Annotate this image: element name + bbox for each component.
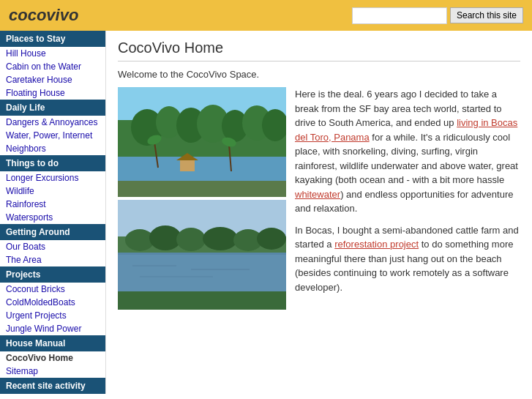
sidebar-item-hill-house[interactable]: Hill House	[0, 47, 105, 60]
welcome-text: Welcome to the CocoVivo Space.	[118, 69, 520, 80]
sidebar-section-daily-life: Daily Life Dangers & Annoyances Water, P…	[0, 100, 105, 155]
water-image	[118, 200, 286, 310]
svg-point-27	[176, 228, 206, 251]
svg-point-28	[203, 227, 238, 250]
sidebar-item-dangers[interactable]: Dangers & Annoyances	[0, 116, 105, 129]
tropical-image	[118, 87, 286, 197]
sidebar: Places to Stay Hill House Cabin on the W…	[0, 31, 106, 394]
reforestation-link[interactable]: reforestation project	[334, 239, 419, 250]
whitewater-link[interactable]: whitewater	[295, 189, 340, 200]
sidebar-item-urgent-projects[interactable]: Urgent Projects	[0, 309, 105, 322]
search-button[interactable]: Search this site	[450, 7, 523, 23]
paragraph-2: In Bocas, I bought a semi-abandoned catt…	[295, 223, 520, 295]
sidebar-section-projects: Projects Coconut Bricks ColdMoldedBoats …	[0, 266, 105, 335]
svg-point-30	[257, 228, 286, 250]
sidebar-item-caretaker-house[interactable]: Caretaker House	[0, 73, 105, 86]
svg-rect-20	[118, 253, 286, 255]
sidebar-item-sitemap[interactable]: Sitemap	[0, 365, 105, 378]
content-area: Here is the deal. 6 years ago I decided …	[118, 87, 520, 310]
sidebar-item-floating-house[interactable]: Floating House	[0, 86, 105, 100]
sidebar-item-jungle-wind-power[interactable]: Jungle Wind Power	[0, 322, 105, 335]
sidebar-item-coldmolded-boats[interactable]: ColdMoldedBoats	[0, 296, 105, 309]
layout: Places to Stay Hill House Cabin on the W…	[0, 31, 532, 394]
svg-rect-2	[118, 157, 286, 182]
svg-rect-3	[118, 181, 286, 197]
sidebar-header-getting-around: Getting Around	[0, 224, 105, 240]
sidebar-header-house-manual: House Manual	[0, 335, 105, 351]
sidebar-item-wildlife[interactable]: Wildlife	[0, 184, 105, 198]
search-area: Search this site	[352, 7, 523, 24]
site-logo[interactable]: cocovivo	[9, 6, 78, 25]
sidebar-section-house-manual: House Manual CocoVivo Home Sitemap	[0, 335, 105, 378]
bocas-link[interactable]: living in Bocas del Toro, Panama	[295, 117, 517, 143]
sidebar-item-water-power[interactable]: Water, Power, Internet	[0, 129, 105, 142]
images-column	[118, 87, 286, 310]
svg-rect-21	[118, 291, 286, 310]
sidebar-item-the-area[interactable]: The Area	[0, 253, 105, 266]
sidebar-item-longer-excursions[interactable]: Longer Excursions	[0, 171, 105, 184]
sidebar-header-places-to-stay: Places to Stay	[0, 31, 105, 47]
sidebar-item-coconut-bricks[interactable]: Coconut Bricks	[0, 283, 105, 296]
sidebar-header-daily-life: Daily Life	[0, 100, 105, 116]
paragraph-1: Here is the deal. 6 years ago I decided …	[295, 87, 520, 216]
text-column: Here is the deal. 6 years ago I decided …	[295, 87, 520, 310]
sidebar-header-things-to-do: Things to do	[0, 155, 105, 171]
sidebar-item-cabin-on-the-water[interactable]: Cabin on the Water	[0, 60, 105, 73]
sidebar-item-neighbors[interactable]: Neighbors	[0, 142, 105, 155]
sidebar-header-projects: Projects	[0, 266, 105, 283]
sidebar-section-places-to-stay: Places to Stay Hill House Cabin on the W…	[0, 31, 105, 100]
svg-rect-19	[118, 253, 286, 293]
sidebar-item-watersports[interactable]: Watersports	[0, 211, 105, 224]
page-title: CocoVivo Home	[118, 40, 520, 61]
sidebar-section-getting-around: Getting Around Our Boats The Area	[0, 224, 105, 266]
svg-rect-15	[180, 160, 195, 171]
search-input[interactable]	[352, 7, 447, 24]
sidebar-item-cocovivo-home[interactable]: CocoVivo Home	[0, 351, 105, 365]
main-content: CocoVivo Home Welcome to the CocoVivo Sp…	[106, 31, 532, 318]
recent-site-activity-header: Recent site activity	[0, 378, 105, 394]
sidebar-item-rainforest[interactable]: Rainforest	[0, 198, 105, 211]
sidebar-section-things-to-do: Things to do Longer Excursions Wildlife …	[0, 155, 105, 224]
header: cocovivo Search this site	[0, 0, 532, 31]
sidebar-item-our-boats[interactable]: Our Boats	[0, 240, 105, 253]
